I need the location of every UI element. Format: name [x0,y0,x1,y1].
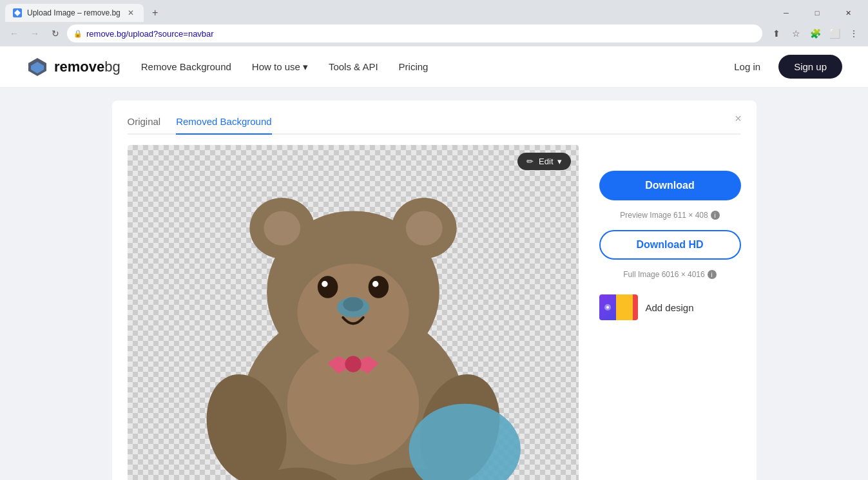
tab-title: Upload Image – remove.bg [27,8,121,17]
svg-marker-0 [14,10,21,16]
nav-pricing[interactable]: Pricing [399,61,429,72]
navbar: removebg Remove Background How to use ▾ … [0,46,868,88]
svg-point-6 [264,211,300,245]
nav-how-to-use[interactable]: How to use ▾ [252,61,308,73]
new-tab-button[interactable]: + [146,4,164,22]
edit-dropdown-icon: ▾ [557,157,562,166]
svg-point-11 [368,276,389,298]
bookmark-icon[interactable]: ☆ [787,24,805,43]
preview-info: Preview Image 611 × 408 i [599,211,741,220]
content-row: ✏ Edit ▾ [128,145,741,480]
preview-info-icon[interactable]: i [711,211,720,220]
edit-button[interactable]: ✏ Edit ▾ [517,153,570,170]
design-thumbnail [599,294,638,320]
page-content: × Original Removed Background ✏ Edit ▾ [0,88,868,480]
address-bar[interactable]: 🔒 remove.bg/upload?source=navbar [67,24,762,43]
tab-favicon [13,8,22,17]
svg-point-12 [322,281,327,287]
close-button[interactable]: ✕ [833,4,863,22]
address-bar-row: ← → ↻ 🔒 remove.bg/upload?source=navbar ⬆… [0,22,868,46]
menu-icon[interactable]: ⋮ [845,24,863,43]
close-card-button[interactable]: × [731,111,746,126]
download-hd-button[interactable]: Download HD [599,230,741,260]
svg-point-10 [317,276,338,298]
active-tab[interactable]: Upload Image – remove.bg ✕ [5,4,144,22]
svg-point-23 [345,356,361,372]
reload-button[interactable]: ↻ [46,24,64,43]
svg-point-13 [372,281,378,287]
share-icon[interactable]: ⬆ [767,24,786,43]
image-preview: ✏ Edit ▾ [128,145,579,480]
title-bar: Upload Image – remove.bg ✕ + ─ □ ✕ [0,0,868,22]
design-col1 [599,294,616,320]
tabs-row: Original Removed Background [128,116,741,135]
full-image-info: Full Image 6016 × 4016 i [599,270,741,279]
tab-close-button[interactable]: ✕ [126,8,136,18]
design-col2 [616,294,633,320]
logo[interactable]: removebg [26,55,121,79]
minimize-button[interactable]: ─ [771,4,801,22]
signup-button[interactable]: Sign up [778,55,842,79]
back-button[interactable]: ← [5,24,23,43]
login-button[interactable]: Log in [726,56,768,77]
toolbar-icons: ⬆ ☆ 🧩 ⬜ ⋮ [767,24,863,43]
forward-button[interactable]: → [26,24,44,43]
right-panel: Download Preview Image 611 × 408 i Downl… [599,145,741,320]
tab-removed-background[interactable]: Removed Background [176,116,271,135]
teddy-bear-image [150,145,556,480]
svg-point-8 [405,211,442,245]
window-controls: ─ □ ✕ [771,4,863,22]
download-button[interactable]: Download [599,171,741,200]
full-info-icon[interactable]: i [708,270,717,279]
add-design-label: Add design [646,302,694,313]
chevron-down-icon: ▾ [303,61,308,73]
nav-tools-api[interactable]: Tools & API [329,61,378,72]
nav-links: Remove Background How to use ▾ Tools & A… [141,61,726,73]
checker-background: ✏ Edit ▾ [128,145,579,480]
svg-point-32 [606,306,609,309]
pencil-icon: ✏ [526,157,534,166]
nav-right: Log in Sign up [726,55,842,79]
lock-icon: 🔒 [73,30,82,38]
restore-button[interactable]: □ [802,4,832,22]
profile-icon[interactable]: ⬜ [825,24,844,43]
browser-chrome: Upload Image – remove.bg ✕ + ─ □ ✕ ← → ↻… [0,0,868,46]
extensions-icon[interactable]: 🧩 [806,24,824,43]
logo-icon [26,55,49,79]
result-card: × Original Removed Background ✏ Edit ▾ [112,101,757,480]
add-design-button[interactable]: Add design [599,294,741,320]
url-text: remove.bg/upload?source=navbar [86,29,756,39]
site-wrapper: removebg Remove Background How to use ▾ … [0,46,868,480]
logo-text: removebg [54,59,121,75]
tab-original[interactable]: Original [128,116,161,135]
svg-point-15 [343,297,363,311]
design-col3 [633,294,638,320]
nav-remove-background[interactable]: Remove Background [141,61,231,72]
